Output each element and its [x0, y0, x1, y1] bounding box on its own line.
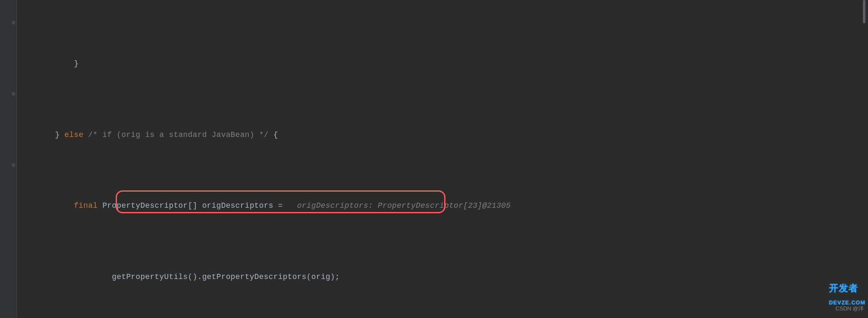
code-editor[interactable]: } } else /* if (orig is a standard JavaB… — [17, 0, 868, 318]
code-line[interactable]: } else /* if (orig is a standard JavaBea… — [17, 128, 868, 142]
fold-handle-icon[interactable]: ⊟ — [11, 159, 16, 173]
code-line[interactable]: } — [17, 57, 868, 71]
fold-handle-icon[interactable]: ⊟ — [11, 87, 16, 102]
debug-hint: origDescriptors: PropertyDescriptor[23]@… — [297, 201, 511, 210]
editor-gutter: ⊟ ⊟ ⊟ — [0, 0, 17, 318]
code-line[interactable]: getPropertyUtils().getPropertyDescriptor… — [17, 270, 868, 285]
vertical-scrollbar-thumb[interactable] — [863, 0, 865, 23]
fold-handle-icon[interactable]: ⊟ — [11, 16, 16, 31]
code-line[interactable]: final PropertyDescriptor[] origDescripto… — [17, 199, 868, 213]
watermark-text: CSDN @洋 — [835, 301, 864, 316]
